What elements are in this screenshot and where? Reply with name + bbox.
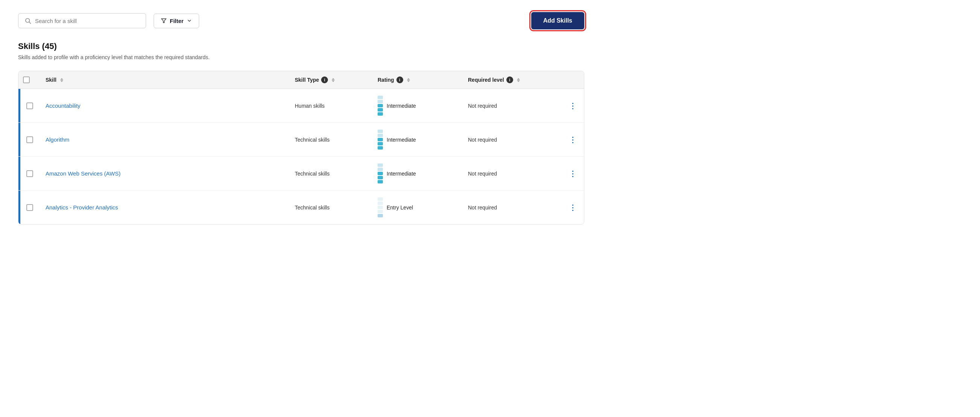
chevron-down-icon: [187, 18, 192, 23]
required-level-cell: Not required: [463, 103, 562, 109]
skills-table: Skill Skill Type i Rating i Req: [18, 71, 584, 224]
actions-cell: ⋮: [562, 101, 584, 110]
skill-cell: Accountability: [41, 102, 290, 109]
rating-bar-2: [378, 164, 383, 183]
skill-type-cell: Technical skills: [290, 205, 373, 210]
add-skills-button[interactable]: Add Skills: [531, 12, 584, 29]
th-skill-label: Skill: [46, 77, 56, 83]
bar-segment-3: [378, 206, 383, 209]
actions-cell: ⋮: [562, 169, 584, 178]
bar-segment-2: [378, 108, 383, 111]
row-checkbox-cell: [18, 136, 41, 143]
row-checkbox-3[interactable]: [26, 204, 33, 211]
bar-segment-5: [378, 164, 383, 167]
required-level-cell: Not required: [463, 137, 562, 143]
rating-label-0: Intermediate: [387, 103, 416, 109]
section-title: Skills (45): [18, 41, 584, 51]
search-icon: [24, 18, 31, 24]
section-description: Skills added to profile with a proficien…: [18, 54, 584, 60]
rating-bar-0: [378, 95, 383, 116]
bar-segment-5: [378, 197, 383, 201]
bar-segment-3: [378, 104, 383, 107]
table-header: Skill Skill Type i Rating i Req: [18, 71, 584, 89]
th-required-level: Required level i: [463, 76, 562, 83]
skill-link-0[interactable]: Accountability: [46, 102, 81, 109]
table-row: Algorithm Technical skills Intermediate …: [18, 123, 584, 157]
row-more-button-1[interactable]: ⋮: [566, 135, 579, 144]
bar-segment-5: [378, 130, 383, 133]
row-checkbox-2[interactable]: [26, 170, 33, 177]
bar-segment-1: [378, 146, 383, 150]
row-more-button-3[interactable]: ⋮: [566, 203, 579, 212]
bar-segment-4: [378, 100, 383, 103]
search-input[interactable]: [35, 18, 140, 24]
skill-type-cell: Technical skills: [290, 170, 373, 177]
th-skill-type: Skill Type i: [290, 76, 373, 83]
row-accent: [18, 123, 20, 156]
bar-segment-1: [378, 214, 383, 217]
bar-segment-1: [378, 180, 383, 183]
rating-label-2: Intermediate: [387, 170, 416, 177]
skill-type-sort-icon[interactable]: [332, 78, 335, 82]
row-accent: [18, 191, 20, 224]
skill-link-1[interactable]: Algorithm: [46, 136, 69, 143]
skill-cell: Algorithm: [41, 136, 290, 143]
th-rating-label: Rating: [378, 77, 394, 83]
row-checkbox-1[interactable]: [26, 136, 33, 143]
bar-segment-2: [378, 176, 383, 179]
bar-segment-5: [378, 95, 383, 99]
filter-label: Filter: [170, 18, 184, 24]
table-row: Accountability Human skills Intermediate…: [18, 89, 584, 123]
row-checkbox-0[interactable]: [26, 102, 33, 109]
rating-cell: Intermediate: [373, 130, 463, 150]
skill-sort-icon[interactable]: [60, 78, 63, 82]
bar-segment-4: [378, 202, 383, 205]
skill-type-info-icon[interactable]: i: [321, 76, 328, 83]
actions-cell: ⋮: [562, 135, 584, 144]
search-box: [18, 13, 146, 28]
rating-info-icon[interactable]: i: [396, 76, 403, 83]
rating-label-3: Entry Level: [387, 205, 413, 210]
th-required-level-label: Required level: [468, 77, 504, 83]
skill-link-3[interactable]: Analytics - Provider Analytics: [46, 204, 118, 210]
bar-segment-1: [378, 112, 383, 116]
rating-cell: Entry Level: [373, 197, 463, 217]
th-skill: Skill: [41, 77, 290, 83]
skill-type-cell: Human skills: [290, 103, 373, 109]
th-rating: Rating i: [373, 76, 463, 83]
row-more-button-2[interactable]: ⋮: [566, 169, 579, 178]
row-accent: [18, 89, 20, 123]
skill-cell: Amazon Web Services (AWS): [41, 170, 290, 177]
th-skill-type-label: Skill Type: [295, 77, 319, 83]
skill-link-2[interactable]: Amazon Web Services (AWS): [46, 170, 121, 177]
rating-sort-icon[interactable]: [407, 78, 410, 82]
row-checkbox-cell: [18, 102, 41, 109]
svg-line-1: [29, 22, 30, 23]
svg-marker-2: [162, 19, 166, 23]
filter-button[interactable]: Filter: [154, 14, 199, 28]
required-level-sort-icon[interactable]: [517, 78, 520, 82]
row-more-button-0[interactable]: ⋮: [566, 101, 579, 110]
row-checkbox-cell: [18, 170, 41, 177]
rating-cell: Intermediate: [373, 95, 463, 116]
skill-cell: Analytics - Provider Analytics: [41, 204, 290, 210]
rating-cell: Intermediate: [373, 164, 463, 183]
rating-bar-3: [378, 197, 383, 217]
bar-segment-3: [378, 172, 383, 175]
bar-segment-2: [378, 142, 383, 145]
required-level-cell: Not required: [463, 170, 562, 177]
row-checkbox-cell: [18, 204, 41, 211]
table-row: Analytics - Provider Analytics Technical…: [18, 191, 584, 224]
row-accent: [18, 157, 20, 190]
required-level-info-icon[interactable]: i: [506, 76, 513, 83]
th-checkbox: [18, 76, 41, 83]
bar-segment-4: [378, 134, 383, 137]
bar-segment-2: [378, 210, 383, 213]
select-all-checkbox[interactable]: [23, 76, 30, 83]
bar-segment-3: [378, 138, 383, 141]
skill-type-cell: Technical skills: [290, 137, 373, 143]
bar-segment-4: [378, 168, 383, 171]
filter-icon: [161, 18, 167, 24]
top-bar-left: Filter: [18, 13, 199, 28]
rating-label-1: Intermediate: [387, 137, 416, 143]
